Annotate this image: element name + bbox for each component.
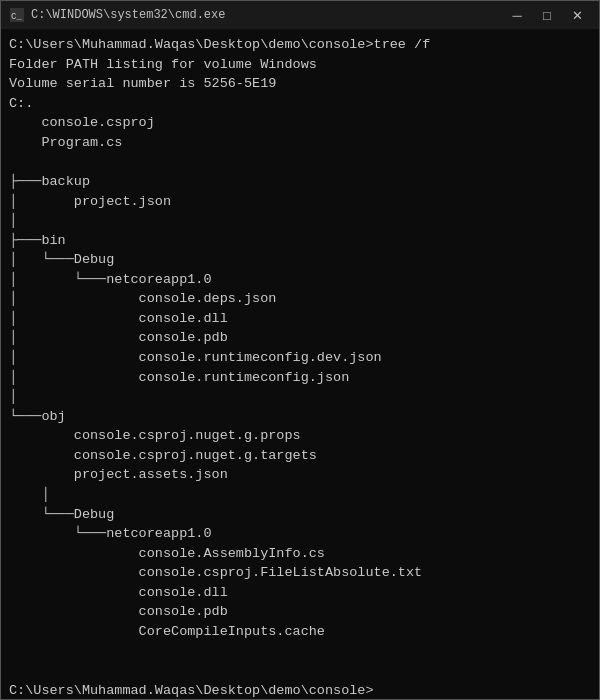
console-line: CoreCompileInputs.cache [9, 622, 591, 642]
minimize-button[interactable]: ─ [503, 4, 531, 26]
console-line: │ [9, 211, 591, 231]
console-line: │ console.dll [9, 309, 591, 329]
console-line: Volume serial number is 5256-5E19 [9, 74, 591, 94]
close-button[interactable]: ✕ [563, 4, 591, 26]
console-line: ├───bin [9, 231, 591, 251]
console-output: C:\Users\Muhammad.Waqas\Desktop\demo\con… [1, 29, 599, 699]
title-bar-left: C_ C:\WINDOWS\system32\cmd.exe [9, 7, 225, 23]
console-line: C:\Users\Muhammad.Waqas\Desktop\demo\con… [9, 35, 591, 55]
console-line: └───netcoreapp1.0 [9, 524, 591, 544]
console-line: console.AssemblyInfo.cs [9, 544, 591, 564]
console-line: │ └───Debug [9, 250, 591, 270]
console-line: C:\Users\Muhammad.Waqas\Desktop\demo\con… [9, 681, 591, 699]
console-line: └───obj [9, 407, 591, 427]
console-line: │ [9, 387, 591, 407]
title-bar: C_ C:\WINDOWS\system32\cmd.exe ─ □ ✕ [1, 1, 599, 29]
console-line: └───Debug [9, 505, 591, 525]
console-line: │ project.json [9, 192, 591, 212]
cmd-window: C_ C:\WINDOWS\system32\cmd.exe ─ □ ✕ C:\… [0, 0, 600, 700]
console-line: │ [9, 485, 591, 505]
cmd-icon: C_ [9, 7, 25, 23]
console-line: Program.cs [9, 133, 591, 153]
maximize-button[interactable]: □ [533, 4, 561, 26]
console-line: │ console.runtimeconfig.json [9, 368, 591, 388]
console-line [9, 661, 591, 681]
console-line: Folder PATH listing for volume Windows [9, 55, 591, 75]
console-line: console.csproj.nuget.g.props [9, 426, 591, 446]
console-line: console.csproj.FileListAbsolute.txt [9, 563, 591, 583]
console-line: │ console.deps.json [9, 289, 591, 309]
console-line: console.dll [9, 583, 591, 603]
console-line [9, 152, 591, 172]
window-controls: ─ □ ✕ [503, 4, 591, 26]
console-line: project.assets.json [9, 465, 591, 485]
window-title: C:\WINDOWS\system32\cmd.exe [31, 8, 225, 22]
console-line: console.pdb [9, 602, 591, 622]
console-line [9, 641, 591, 661]
console-line: │ console.runtimeconfig.dev.json [9, 348, 591, 368]
console-line: ├───backup [9, 172, 591, 192]
console-line: console.csproj.nuget.g.targets [9, 446, 591, 466]
console-line: C:. [9, 94, 591, 114]
console-line: console.csproj [9, 113, 591, 133]
console-line: │ └───netcoreapp1.0 [9, 270, 591, 290]
svg-text:C_: C_ [11, 12, 22, 22]
console-line: │ console.pdb [9, 328, 591, 348]
